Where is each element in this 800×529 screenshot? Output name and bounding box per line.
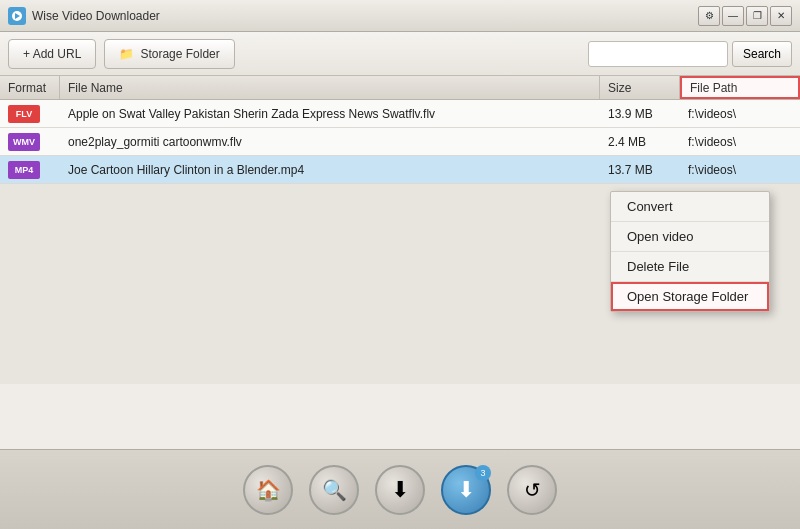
cell-format: MP4 [0,156,60,183]
cell-format: FLV [0,100,60,127]
cell-size: 2.4 MB [600,128,680,155]
search-circle-button[interactable]: 🔍 [309,465,359,515]
add-url-button[interactable]: + Add URL [8,39,96,69]
refresh-icon: ↺ [524,478,541,502]
cell-filename: Apple on Swat Valley Pakistan Sherin Zad… [60,100,600,127]
format-badge: MP4 [8,161,40,179]
download-active-icon: ⬇ [457,477,475,503]
cell-format: WMV [0,128,60,155]
context-open-video[interactable]: Open video [611,222,769,252]
folder-icon: 📁 [119,47,134,61]
context-menu: Convert Open video Delete File Open Stor… [610,191,770,312]
table-row[interactable]: WMV one2play_gormiti cartoonwmv.flv 2.4 … [0,128,800,156]
cell-filepath: f:\videos\ [680,156,800,183]
cell-filepath: f:\videos\ [680,100,800,127]
bottom-bar: 🏠 🔍 ⬇ ⬇ 3 ↺ [0,449,800,529]
search-button[interactable]: Search [732,41,792,67]
cell-filename: one2play_gormiti cartoonwmv.flv [60,128,600,155]
home-button[interactable]: 🏠 [243,465,293,515]
add-url-label: + Add URL [23,47,81,61]
restore-button[interactable]: ❐ [746,6,768,26]
app-title: Wise Video Downloader [32,9,698,23]
col-header-size: Size [600,76,680,99]
download-active-button[interactable]: ⬇ 3 [441,465,491,515]
main-area: Format File Name Size File Path FLV Appl… [0,76,800,449]
table-container: Format File Name Size File Path FLV Appl… [0,76,800,449]
col-header-filename: File Name [60,76,600,99]
minimize-button[interactable]: — [722,6,744,26]
close-button[interactable]: ✕ [770,6,792,26]
title-bar: Wise Video Downloader ⚙ — ❐ ✕ [0,0,800,32]
table-row[interactable]: FLV Apple on Swat Valley Pakistan Sherin… [0,100,800,128]
format-badge: FLV [8,105,40,123]
cell-size: 13.9 MB [600,100,680,127]
storage-folder-button[interactable]: 📁 Storage Folder [104,39,234,69]
cell-filepath: f:\videos\ [680,128,800,155]
context-convert[interactable]: Convert [611,192,769,222]
app-icon [8,7,26,25]
settings-button[interactable]: ⚙ [698,6,720,26]
download-icon: ⬇ [391,477,409,503]
home-icon: 🏠 [256,478,281,502]
search-circle-icon: 🔍 [322,478,347,502]
table-body: FLV Apple on Swat Valley Pakistan Sherin… [0,100,800,184]
table-row[interactable]: MP4 Joe Cartoon Hillary Clinton in a Ble… [0,156,800,184]
cell-size: 13.7 MB [600,156,680,183]
storage-folder-label: Storage Folder [140,47,219,61]
context-delete-file[interactable]: Delete File [611,252,769,282]
window-controls: ⚙ — ❐ ✕ [698,6,792,26]
refresh-button[interactable]: ↺ [507,465,557,515]
download-badge: 3 [475,465,491,481]
col-header-filepath: File Path [680,76,800,99]
toolbar: + Add URL 📁 Storage Folder Search [0,32,800,76]
search-input[interactable] [588,41,728,67]
table-header: Format File Name Size File Path [0,76,800,100]
download-button[interactable]: ⬇ [375,465,425,515]
cell-filename: Joe Cartoon Hillary Clinton in a Blender… [60,156,600,183]
col-header-format: Format [0,76,60,99]
context-open-storage[interactable]: Open Storage Folder [611,282,769,311]
format-badge: WMV [8,133,40,151]
search-box: Search [588,41,792,67]
